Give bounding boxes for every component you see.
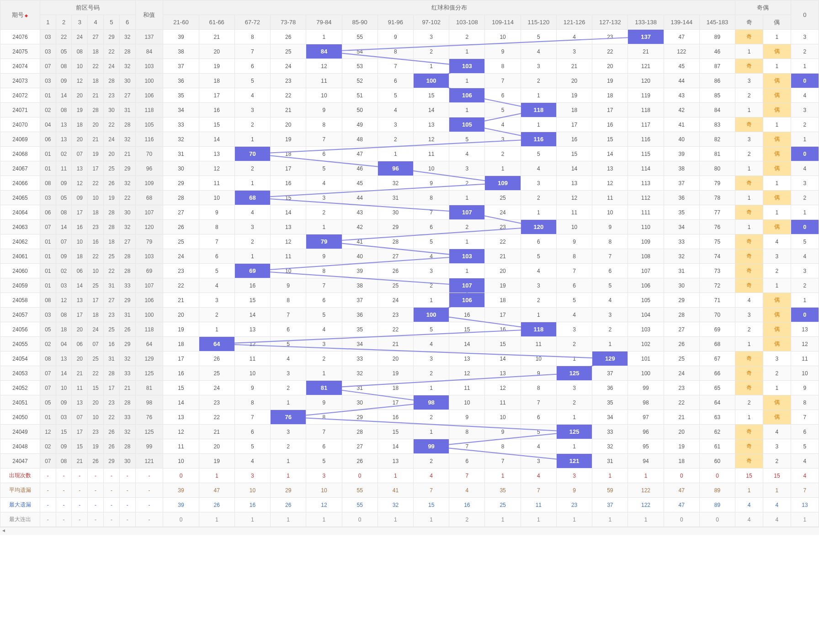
cell-dist: 1	[234, 132, 270, 147]
cell-zero: 3	[791, 176, 819, 191]
cell-dist: 6	[378, 74, 413, 88]
cell-dist: 13	[414, 117, 449, 132]
col-front-group: 前区号码	[40, 0, 135, 15]
stat-row: 最大连出-------0111101121111100441	[0, 512, 819, 527]
stat-cell: -	[119, 468, 135, 483]
table-row: 2405502040607162964186412533421414151121…	[0, 337, 819, 351]
cell-zero: 0	[791, 308, 819, 322]
cell-even: 偶	[763, 74, 791, 88]
cell-ball: 08	[40, 176, 56, 191]
cell-ball: 29	[119, 337, 135, 351]
cell-dist: 116	[628, 132, 664, 147]
cell-dist: 44	[342, 191, 378, 205]
col-range: 85-90	[342, 15, 378, 30]
table-row: 2406201071016182779257212794128512269810…	[0, 234, 819, 249]
cell-dist: 3	[592, 308, 628, 322]
stat-cell: -	[135, 512, 163, 527]
cell-dist: 12	[163, 425, 199, 439]
cell-dist: 26	[199, 351, 234, 366]
cell-issue: 24052	[0, 381, 40, 395]
stat-cell: 0	[699, 512, 735, 527]
cell-dist: 24	[485, 205, 521, 220]
stat-cell: 15	[735, 468, 763, 483]
cell-dist: 7	[449, 439, 485, 454]
stat-cell: 55	[342, 498, 378, 512]
cell-ball: 14	[72, 278, 88, 293]
cell-ball: 01	[40, 249, 56, 264]
cell-sum: 129	[135, 351, 163, 366]
cell-ball: 29	[104, 30, 120, 44]
cell-dist: 3	[306, 191, 342, 205]
cell-dist: 37	[163, 59, 199, 74]
cell-issue: 24067	[0, 161, 40, 176]
cell-ball: 22	[104, 264, 120, 278]
cell-dist: 15	[449, 322, 485, 337]
cell-issue: 24056	[0, 322, 40, 337]
cell-dist: 8	[306, 264, 342, 278]
cell-dist: 47	[342, 147, 378, 161]
cell-zero: 0	[791, 74, 819, 88]
cell-dist: 38	[163, 44, 199, 59]
cell-issue: 24060	[0, 264, 40, 278]
cell-ball: 30	[119, 454, 135, 468]
cell-ball: 28	[119, 249, 135, 264]
cell-dist: 33	[592, 425, 628, 439]
cell-sum: 106	[135, 293, 163, 308]
cell-dist: 23	[485, 220, 521, 234]
cell-even: 2	[763, 366, 791, 381]
cell-ball: 13	[56, 117, 72, 132]
cell-ball: 25	[104, 322, 120, 337]
cell-ball: 28	[104, 366, 120, 381]
cell-dist: 8	[378, 44, 413, 59]
cell-dist: 6	[306, 293, 342, 308]
cell-dist: 94	[628, 454, 664, 468]
stat-cell: 1	[735, 483, 763, 498]
cell-dist-hit: 137	[628, 30, 664, 44]
cell-dist-hit: 125	[556, 366, 592, 381]
cell-dist: 6	[234, 59, 270, 74]
stat-cell: 2	[449, 512, 485, 527]
cell-dist: 1	[521, 117, 556, 132]
cell-zero: 2	[791, 44, 819, 59]
cell-dist: 25	[271, 44, 306, 59]
stat-cell: 1	[199, 512, 234, 527]
stat-cell: 15	[763, 468, 791, 483]
cell-dist: 9	[199, 205, 234, 220]
cell-ball: 22	[104, 44, 120, 59]
cell-dist: 8	[449, 425, 485, 439]
cell-dist: 1	[521, 308, 556, 322]
cell-dist: 7	[592, 249, 628, 264]
cell-even: 3	[763, 351, 791, 366]
cell-dist: 7	[306, 278, 342, 293]
cell-dist: 52	[342, 74, 378, 88]
cell-ball: 21	[88, 88, 104, 103]
horizontal-scrollbar[interactable]: ◄	[0, 527, 819, 535]
table-row: 2404707082126293012110194152613267312131…	[0, 454, 819, 468]
cell-ball: 12	[56, 293, 72, 308]
cell-dist: 27	[378, 249, 413, 264]
stat-cell: -	[119, 512, 135, 527]
stat-cell: 0	[664, 468, 699, 483]
cell-ball: 09	[56, 74, 72, 88]
scroll-left-icon[interactable]: ◄	[1, 528, 6, 533]
col-issue[interactable]: 期号◆	[0, 0, 40, 30]
cell-dist: 20	[199, 439, 234, 454]
cell-dist: 5	[592, 278, 628, 293]
cell-ball: 22	[88, 176, 104, 191]
cell-dist: 5	[521, 30, 556, 44]
cell-dist: 108	[628, 249, 664, 264]
cell-issue: 24071	[0, 103, 40, 117]
cell-dist: 1	[449, 74, 485, 88]
cell-dist: 38	[342, 278, 378, 293]
stat-cell: 7	[791, 483, 819, 498]
cell-ball: 18	[104, 234, 120, 249]
cell-sum: 125	[135, 366, 163, 381]
stat-cell: 1	[763, 483, 791, 498]
stat-cell: 0	[163, 512, 199, 527]
cell-sum: 109	[135, 176, 163, 191]
cell-ball: 03	[40, 30, 56, 44]
cell-ball: 21	[72, 454, 88, 468]
cell-ball: 02	[40, 337, 56, 351]
cell-even: 偶	[763, 161, 791, 176]
table-row: 2407407081022243210337196241253711038321…	[0, 59, 819, 74]
